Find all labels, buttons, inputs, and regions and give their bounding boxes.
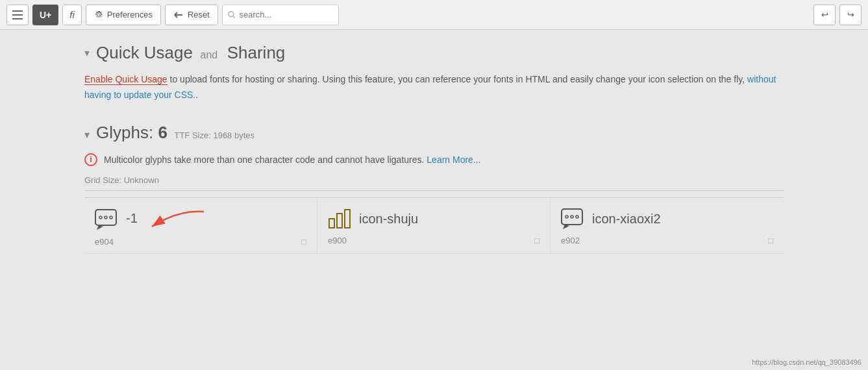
svg-point-11 — [105, 216, 107, 219]
glyph-card-2: icon-shuju e900 □ — [317, 198, 551, 254]
quick-usage-desc: to upload fonts for hosting or sharing. … — [167, 74, 747, 84]
reset-icon — [173, 10, 184, 19]
glyph-grid: -1 e904 □ — [84, 197, 784, 254]
glyph-card-1: -1 e904 □ — [84, 198, 317, 254]
menu-button[interactable] — [6, 5, 29, 25]
svg-rect-18 — [562, 209, 582, 225]
learn-more-link[interactable]: Learn More... — [427, 154, 480, 165]
svg-rect-17 — [345, 210, 350, 228]
svg-point-10 — [99, 216, 102, 219]
quick-usage-section-title: ▾ Quick Usage and Sharing — [84, 43, 784, 63]
undo-icon: ↩ — [821, 10, 828, 19]
svg-rect-16 — [337, 214, 342, 228]
glyph-2-code: e900 — [328, 236, 347, 245]
svg-point-20 — [571, 216, 573, 218]
glyph-3-code: e902 — [561, 236, 580, 245]
svg-rect-9 — [95, 210, 116, 225]
svg-point-21 — [576, 216, 578, 218]
svg-marker-13 — [97, 225, 103, 230]
watermark: https://blog.csdn.net/qq_39083496 — [752, 358, 862, 366]
svg-point-7 — [229, 12, 234, 17]
quick-usage-heading: Quick Usage and Sharing — [96, 43, 285, 63]
glyph-2-code-row: e900 □ — [328, 236, 539, 245]
warning-icon: i — [84, 153, 97, 166]
svg-point-12 — [110, 216, 112, 219]
glyph-card-3: icon-xiaoxi2 e902 □ — [551, 198, 784, 254]
search-icon — [228, 10, 236, 19]
unicode-button[interactable]: U+ — [32, 5, 58, 25]
glyph-1-name-area: -1 — [126, 208, 210, 232]
svg-marker-22 — [563, 225, 569, 229]
quick-usage-text: Enable Quick Usage to upload fonts for h… — [84, 72, 784, 103]
grid-size-label: Grid Size: Unknown — [84, 175, 784, 191]
glyph-3-code-row: e902 □ — [561, 236, 773, 245]
glyph-2-copy-icon[interactable]: □ — [534, 236, 539, 245]
gear-icon — [94, 10, 103, 19]
enable-quick-usage-link[interactable]: Enable Quick Usage — [84, 74, 167, 85]
preferences-button[interactable]: Preferences — [86, 5, 161, 25]
svg-line-8 — [233, 16, 236, 19]
glyph-3-header: icon-xiaoxi2 — [561, 208, 773, 230]
preferences-label: Preferences — [107, 10, 153, 19]
svg-rect-1 — [12, 14, 23, 16]
reset-button[interactable]: Reset — [165, 5, 218, 25]
hamburger-icon — [12, 10, 23, 19]
svg-point-19 — [565, 216, 568, 218]
unicode-label: U+ — [40, 10, 51, 20]
glyphs-heading: Glyphs: 6 TTF Size: 1968 bytes — [96, 123, 254, 143]
glyph-1-name: -1 — [126, 210, 138, 225]
search-box — [222, 5, 339, 25]
glyph-2-icon — [328, 208, 353, 230]
glyph-1-icon — [95, 209, 119, 231]
glyph-3-copy-icon[interactable]: □ — [768, 236, 773, 245]
reset-label: Reset — [188, 10, 210, 19]
redo-button[interactable]: ↪ — [839, 5, 862, 25]
undo-button[interactable]: ↩ — [813, 5, 836, 25]
fi-label: fi — [69, 9, 75, 20]
quick-usage-period: . — [195, 90, 198, 100]
glyph-3-name: icon-xiaoxi2 — [592, 212, 661, 227]
warning-box: i Multicolor glyphs take more than one c… — [84, 153, 784, 166]
warning-text: Multicolor glyphs take more than one cha… — [104, 154, 481, 165]
redo-icon: ↪ — [847, 10, 854, 19]
glyph-2-header: icon-shuju — [328, 208, 539, 230]
fi-button[interactable]: fi — [62, 5, 82, 25]
svg-rect-0 — [12, 10, 23, 12]
glyphs-chevron-icon[interactable]: ▾ — [84, 129, 90, 141]
svg-rect-15 — [329, 219, 334, 228]
glyph-1-copy-icon[interactable]: □ — [301, 237, 306, 247]
glyphs-section-title: ▾ Glyphs: 6 TTF Size: 1968 bytes — [84, 123, 784, 143]
toolbar: U+ fi Preferences Reset ↩ — [0, 0, 868, 30]
svg-rect-2 — [12, 18, 23, 19]
glyph-2-name: icon-shuju — [359, 212, 418, 227]
glyph-1-header: -1 — [95, 208, 306, 232]
red-arrow — [145, 208, 210, 232]
glyph-1-code-row: e904 □ — [95, 237, 306, 247]
main-content: ▾ Quick Usage and Sharing Enable Quick U… — [0, 30, 868, 267]
search-input[interactable] — [239, 10, 332, 19]
chevron-down-icon[interactable]: ▾ — [84, 47, 90, 59]
glyph-1-code: e904 — [95, 237, 114, 247]
glyph-3-icon — [561, 208, 586, 230]
